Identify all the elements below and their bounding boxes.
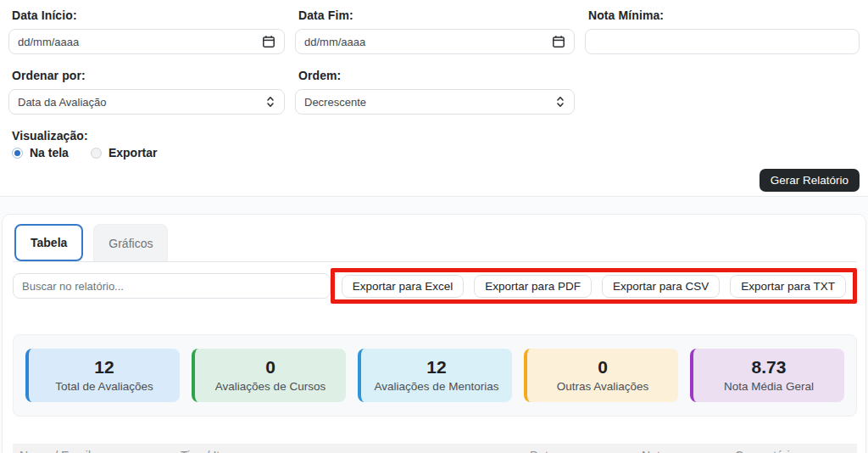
radio-na-tela-label: Na tela (30, 146, 69, 159)
visualizacao-radio-group: Na tela Exportar (12, 146, 856, 159)
chevron-up-down-icon (555, 95, 565, 109)
card-outras-avaliacoes: 0 Outras Avaliações (524, 349, 678, 402)
card-label: Avaliações de Cursos (200, 378, 341, 394)
nota-minima-label: Nota Mínima: (588, 8, 856, 22)
search-export-row: Exportar para Excel Exportar para PDF Ex… (13, 268, 857, 304)
data-fim-input[interactable]: dd/mm/aaaa (295, 29, 575, 54)
card-total-avaliacoes: 12 Total de Avaliações (25, 349, 180, 402)
column-nota: Nota (642, 449, 735, 453)
tab-tabela[interactable]: Tabela (14, 224, 83, 261)
ordem-select[interactable]: Decrescente (295, 89, 575, 115)
report-panel: Tabela Gráficos Exportar para Excel Expo… (2, 214, 866, 453)
card-nota-media-geral: 8.73 Nota Média Geral (690, 349, 844, 402)
lower-section: Tabela Gráficos Exportar para Excel Expo… (0, 197, 868, 453)
gerar-relatorio-button[interactable]: Gerar Relatório (760, 169, 860, 192)
visualizacao-label: Visualização: (12, 129, 856, 143)
radio-checked-icon[interactable] (12, 148, 23, 159)
ordenar-por-select[interactable]: Data da Avaliação (8, 89, 285, 115)
card-value: 8.73 (698, 356, 839, 378)
export-pdf-button[interactable]: Exportar para PDF (474, 275, 592, 298)
ordem-value: Decrescente (304, 96, 555, 109)
calendar-icon[interactable] (262, 35, 275, 48)
radio-unchecked-icon[interactable] (91, 148, 102, 159)
search-input[interactable] (13, 273, 331, 299)
column-comentarios: Comentários (735, 449, 850, 453)
data-inicio-label: Data Início: (12, 8, 281, 22)
summary-cards: 12 Total de Avaliações 0 Avaliações de C… (13, 334, 857, 417)
data-inicio-placeholder: dd/mm/aaaa (18, 36, 262, 48)
data-fim-placeholder: dd/mm/aaaa (304, 36, 552, 48)
card-label: Nota Média Geral (698, 378, 839, 394)
tab-graficos[interactable]: Gráficos (93, 224, 168, 261)
column-nome-email: Nome / Email (19, 449, 181, 453)
export-txt-button[interactable]: Exportar para TXT (730, 275, 846, 298)
card-value: 0 (532, 356, 673, 378)
column-data: Data (530, 449, 642, 453)
radio-exportar-label: Exportar (108, 146, 158, 159)
calendar-icon[interactable] (552, 35, 565, 48)
ordenar-por-label: Ordenar por: (12, 69, 281, 82)
ordenar-por-value: Data da Avaliação (18, 96, 265, 109)
report-filter-form: Data Início: dd/mm/aaaa Data Fim: dd/mm/… (0, 0, 868, 196)
ordem-label: Ordem: (298, 69, 571, 82)
radio-exportar[interactable]: Exportar (91, 146, 158, 159)
export-annotation: Exportar para Excel Exportar para PDF Ex… (331, 268, 857, 304)
card-value: 12 (366, 356, 507, 378)
data-inicio-input[interactable]: dd/mm/aaaa (8, 29, 285, 54)
card-value: 12 (34, 356, 175, 378)
export-csv-button[interactable]: Exportar para CSV (602, 275, 720, 298)
card-label: Total de Avaliações (34, 378, 175, 394)
radio-na-tela[interactable]: Na tela (12, 146, 69, 159)
table-header-row: Nome / Email Tipo / Item Data Nota Comen… (13, 444, 857, 453)
card-label: Avaliações de Mentorias (366, 378, 507, 394)
nota-minima-input[interactable] (585, 29, 860, 54)
card-label: Outras Avaliações (532, 378, 673, 394)
chevron-up-down-icon (265, 95, 275, 109)
export-excel-button[interactable]: Exportar para Excel (342, 275, 465, 298)
card-avaliacoes-cursos: 0 Avaliações de Cursos (192, 349, 346, 402)
column-tipo-item: Tipo / Item (181, 449, 530, 453)
card-value: 0 (200, 356, 341, 378)
card-avaliacoes-mentorias: 12 Avaliações de Mentorias (358, 349, 512, 402)
tab-bar: Tabela Gráficos (13, 224, 857, 262)
data-fim-label: Data Fim: (298, 8, 571, 22)
